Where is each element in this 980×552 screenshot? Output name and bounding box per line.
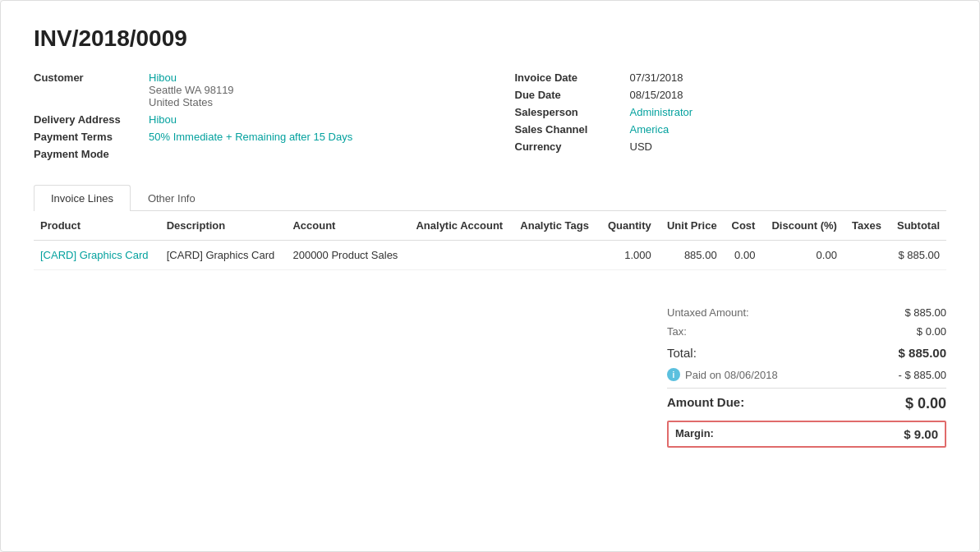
paid-label: Paid on 08/06/2018: [685, 369, 893, 381]
col-header-discount: Discount (%): [761, 211, 843, 241]
col-header-subtotal: Subtotal: [888, 211, 946, 241]
col-header-quantity: Quantity: [599, 211, 658, 241]
sales-channel-label: Sales Channel: [515, 123, 630, 136]
cell-cost: 0.00: [724, 241, 762, 270]
currency-label: Currency: [515, 140, 630, 153]
payment-terms-row: Payment Terms 50% Immediate + Remaining …: [34, 131, 466, 143]
cell-product: [CARD] Graphics Card: [34, 241, 160, 270]
table-header-row: Product Description Account Analytic Acc…: [34, 211, 946, 241]
total-value: $ 885.00: [899, 346, 946, 360]
cell-discount: 0.00: [761, 241, 843, 270]
margin-row: Margin: $ 9.00: [667, 421, 946, 448]
cell-quantity: 1.000: [599, 241, 658, 270]
cell-analytic-tags: [513, 241, 599, 270]
invoice-title: INV/2018/0009: [34, 25, 946, 52]
table-row: [CARD] Graphics Card[CARD] Graphics Card…: [34, 241, 946, 270]
due-date-row: Due Date 08/15/2018: [515, 89, 947, 101]
invoice-date-label: Invoice Date: [515, 71, 630, 84]
col-header-description: Description: [160, 211, 287, 241]
payment-mode-label: Payment Mode: [34, 148, 149, 160]
due-date-value: 08/15/2018: [630, 89, 683, 101]
cell-analytic-account: [409, 241, 513, 270]
delivery-address-value[interactable]: Hibou: [149, 113, 177, 126]
payment-terms-value[interactable]: 50% Immediate + Remaining after 15 Days: [149, 131, 352, 143]
salesperson-value[interactable]: Administrator: [630, 106, 693, 118]
info-icon: i: [667, 368, 680, 381]
cell-description: [CARD] Graphics Card: [160, 241, 287, 270]
tax-label: Tax:: [667, 325, 687, 338]
margin-value: $ 9.00: [904, 427, 938, 441]
col-header-analytic-account: Analytic Account: [409, 211, 513, 241]
totals-table: Untaxed Amount: $ 885.00 Tax: $ 0.00 Tot…: [667, 303, 946, 448]
paid-row: i Paid on 08/06/2018 - $ 885.00: [667, 365, 946, 384]
totals-section: Untaxed Amount: $ 885.00 Tax: $ 0.00 Tot…: [34, 303, 946, 448]
amount-due-label: Amount Due:: [667, 395, 744, 412]
info-section: Customer Hibou Seattle WA 98119 United S…: [34, 71, 946, 165]
untaxed-amount-value: $ 885.00: [904, 306, 946, 319]
tax-row: Tax: $ 0.00: [667, 322, 946, 341]
invoice-page: INV/2018/0009 Customer Hibou Seattle WA …: [0, 0, 980, 552]
payment-mode-row: Payment Mode: [34, 148, 466, 160]
currency-row: Currency USD: [515, 140, 947, 153]
untaxed-amount-row: Untaxed Amount: $ 885.00: [667, 303, 946, 322]
col-header-product: Product: [34, 211, 160, 241]
col-header-account: Account: [286, 211, 409, 241]
customer-name[interactable]: Hibou: [149, 71, 234, 84]
info-left: Customer Hibou Seattle WA 98119 United S…: [34, 71, 466, 165]
cell-account: 200000 Product Sales: [286, 241, 409, 270]
tab-invoice-lines[interactable]: Invoice Lines: [34, 185, 131, 211]
col-header-unit-price: Unit Price: [658, 211, 724, 241]
info-right: Invoice Date 07/31/2018 Due Date 08/15/2…: [515, 71, 947, 165]
tax-value: $ 0.00: [917, 325, 946, 338]
untaxed-amount-label: Untaxed Amount:: [667, 306, 749, 319]
customer-row: Customer Hibou Seattle WA 98119 United S…: [34, 71, 466, 108]
customer-address-line1: Seattle WA 98119: [149, 84, 234, 96]
col-header-analytic-tags: Analytic Tags: [513, 211, 599, 241]
delivery-address-label: Delivery Address: [34, 113, 149, 126]
currency-value: USD: [630, 140, 652, 153]
tab-other-info[interactable]: Other Info: [131, 185, 213, 211]
payment-terms-label: Payment Terms: [34, 131, 149, 143]
invoice-table: Product Description Account Analytic Acc…: [34, 211, 946, 270]
due-date-label: Due Date: [515, 89, 630, 101]
sales-channel-value[interactable]: America: [630, 123, 669, 136]
divider: [667, 388, 946, 389]
col-header-cost: Cost: [724, 211, 762, 241]
margin-label: Margin:: [675, 427, 714, 441]
cell-taxes: [844, 241, 888, 270]
amount-due-row: Amount Due: $ 0.00: [667, 392, 946, 416]
amount-due-value: $ 0.00: [905, 395, 946, 412]
salesperson-label: Salesperson: [515, 106, 630, 118]
invoice-date-row: Invoice Date 07/31/2018: [515, 71, 947, 84]
sales-channel-row: Sales Channel America: [515, 123, 947, 136]
customer-label: Customer: [34, 71, 149, 84]
delivery-address-row: Delivery Address Hibou: [34, 113, 466, 126]
total-row: Total: $ 885.00: [667, 341, 946, 365]
cell-unit-price: 885.00: [658, 241, 724, 270]
total-label: Total:: [667, 346, 697, 360]
paid-value: - $ 885.00: [898, 369, 946, 381]
tabs-bar: Invoice Lines Other Info: [34, 185, 946, 211]
customer-address-line2: United States: [149, 96, 234, 108]
col-header-taxes: Taxes: [844, 211, 888, 241]
invoice-date-value: 07/31/2018: [630, 71, 683, 84]
cell-subtotal: $ 885.00: [888, 241, 946, 270]
customer-address: Hibou Seattle WA 98119 United States: [149, 71, 234, 108]
salesperson-row: Salesperson Administrator: [515, 106, 947, 118]
